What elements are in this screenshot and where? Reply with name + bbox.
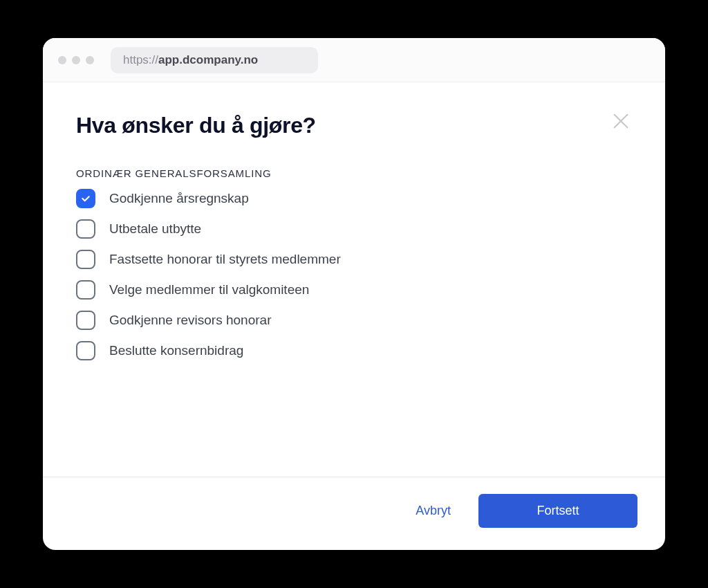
browser-window: https://app.dcompany.no Hva ønsker du å … — [43, 38, 665, 550]
window-max-dot[interactable] — [86, 56, 94, 64]
option-label: Velge medlemmer til valgkomiteen — [109, 282, 309, 297]
close-icon[interactable] — [610, 110, 632, 132]
option-row[interactable]: Godkjenne revisors honorar — [76, 311, 632, 330]
checkbox[interactable] — [76, 250, 95, 269]
modal-content: Hva ønsker du å gjøre? ORDINÆR GENERALSF… — [43, 82, 665, 477]
option-row[interactable]: Utbetale utbytte — [76, 219, 632, 239]
checkbox[interactable] — [76, 341, 95, 360]
option-row[interactable]: Godkjenne årsregnskap — [76, 189, 632, 208]
continue-button[interactable]: Fortsett — [478, 494, 637, 528]
address-bar[interactable]: https://app.dcompany.no — [111, 47, 318, 73]
checkbox[interactable] — [76, 219, 95, 239]
option-row[interactable]: Beslutte konsernbidrag — [76, 341, 632, 360]
window-close-dot[interactable] — [58, 56, 66, 64]
checkbox[interactable] — [76, 311, 95, 330]
titlebar: https://app.dcompany.no — [43, 38, 665, 82]
option-label: Utbetale utbytte — [109, 221, 201, 237]
window-controls — [58, 56, 94, 64]
url-domain: app.dcompany.no — [158, 53, 258, 67]
option-row[interactable]: Fastsette honorar til styrets medlemmer — [76, 250, 632, 269]
option-label: Godkjenne revisors honorar — [109, 313, 271, 328]
modal-title: Hva ønsker du å gjøre? — [76, 113, 632, 138]
checkbox[interactable] — [76, 189, 95, 208]
modal-footer: Avbryt Fortsett — [43, 477, 665, 550]
option-label: Fastsette honorar til styrets medlemmer — [109, 252, 341, 267]
cancel-button[interactable]: Avbryt — [413, 497, 454, 525]
checkbox[interactable] — [76, 280, 95, 300]
option-label: Beslutte konsernbidrag — [109, 343, 243, 358]
option-row[interactable]: Velge medlemmer til valgkomiteen — [76, 280, 632, 300]
option-label: Godkjenne årsregnskap — [109, 191, 249, 206]
options-list: Godkjenne årsregnskapUtbetale utbytteFas… — [76, 189, 632, 360]
url-protocol: https:// — [123, 53, 158, 67]
section-label: ORDINÆR GENERALSFORSAMLING — [76, 167, 632, 179]
window-min-dot[interactable] — [72, 56, 80, 64]
